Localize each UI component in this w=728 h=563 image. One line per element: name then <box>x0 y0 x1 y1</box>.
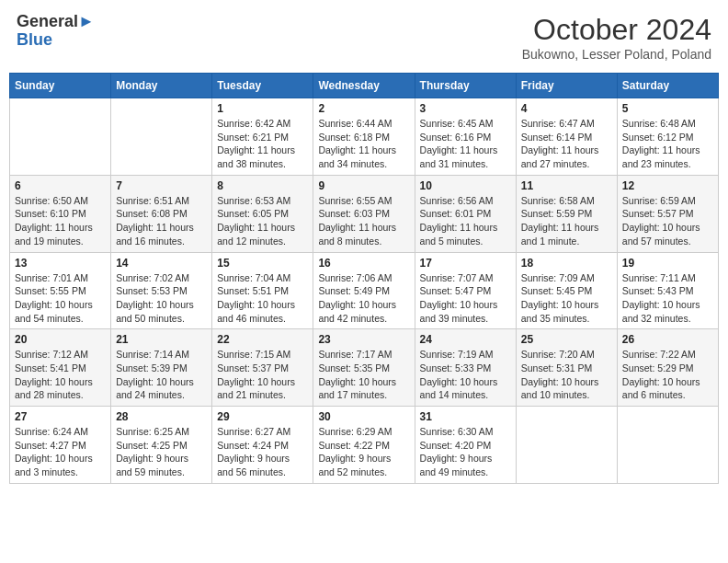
day-info: Sunrise: 6:48 AMSunset: 6:12 PMDaylight:… <box>622 117 713 171</box>
day-number: 8 <box>217 179 308 192</box>
calendar-cell: 5Sunrise: 6:48 AMSunset: 6:12 PMDaylight… <box>617 98 718 176</box>
calendar-week-5: 27Sunrise: 6:24 AMSunset: 4:27 PMDayligh… <box>10 407 719 484</box>
calendar-cell: 1Sunrise: 6:42 AMSunset: 6:21 PMDaylight… <box>212 98 313 176</box>
day-number: 29 <box>217 410 308 423</box>
calendar-cell: 31Sunrise: 6:30 AMSunset: 4:20 PMDayligh… <box>415 407 516 484</box>
day-number: 24 <box>420 333 511 346</box>
day-number: 4 <box>521 102 612 115</box>
day-info: Sunrise: 6:25 AMSunset: 4:25 PMDaylight:… <box>116 425 207 479</box>
month-title: October 2024 <box>522 13 711 47</box>
day-number: 23 <box>318 333 409 346</box>
day-number: 28 <box>116 410 207 423</box>
calendar-cell: 10Sunrise: 6:56 AMSunset: 6:01 PMDayligh… <box>415 175 516 252</box>
location-subtitle: Bukowno, Lesser Poland, Poland <box>522 47 711 62</box>
day-number: 19 <box>622 257 713 270</box>
day-number: 25 <box>521 333 612 346</box>
calendar-cell: 21Sunrise: 7:14 AMSunset: 5:39 PMDayligh… <box>111 329 212 407</box>
calendar-cell: 4Sunrise: 6:47 AMSunset: 6:14 PMDaylight… <box>516 98 617 176</box>
day-info: Sunrise: 7:12 AMSunset: 5:41 PMDaylight:… <box>15 348 106 402</box>
calendar-header-row: SundayMondayTuesdayWednesdayThursdayFrid… <box>10 74 719 98</box>
day-number: 12 <box>622 179 713 192</box>
day-number: 5 <box>622 102 713 115</box>
day-number: 1 <box>217 102 308 115</box>
day-number: 16 <box>318 257 409 270</box>
calendar-cell: 20Sunrise: 7:12 AMSunset: 5:41 PMDayligh… <box>10 329 111 407</box>
day-info: Sunrise: 6:45 AMSunset: 6:16 PMDaylight:… <box>420 117 511 171</box>
calendar-cell: 19Sunrise: 7:11 AMSunset: 5:43 PMDayligh… <box>617 252 718 329</box>
calendar-cell: 18Sunrise: 7:09 AMSunset: 5:45 PMDayligh… <box>516 252 617 329</box>
calendar-cell: 16Sunrise: 7:06 AMSunset: 5:49 PMDayligh… <box>313 252 415 329</box>
day-number: 27 <box>15 410 106 423</box>
weekday-header-thursday: Thursday <box>415 74 516 98</box>
calendar-cell: 30Sunrise: 6:29 AMSunset: 4:22 PMDayligh… <box>313 407 415 484</box>
day-number: 3 <box>420 102 511 115</box>
day-number: 22 <box>217 333 308 346</box>
day-number: 26 <box>622 333 713 346</box>
day-info: Sunrise: 7:22 AMSunset: 5:29 PMDaylight:… <box>622 348 713 402</box>
calendar-cell: 15Sunrise: 7:04 AMSunset: 5:51 PMDayligh… <box>212 252 313 329</box>
day-number: 18 <box>521 257 612 270</box>
day-number: 7 <box>116 179 207 192</box>
day-info: Sunrise: 6:53 AMSunset: 6:05 PMDaylight:… <box>217 194 308 248</box>
weekday-header-wednesday: Wednesday <box>313 74 415 98</box>
calendar-cell: 17Sunrise: 7:07 AMSunset: 5:47 PMDayligh… <box>415 252 516 329</box>
day-info: Sunrise: 7:07 AMSunset: 5:47 PMDaylight:… <box>420 271 511 326</box>
day-info: Sunrise: 6:59 AMSunset: 5:57 PMDaylight:… <box>622 194 713 248</box>
calendar-cell: 29Sunrise: 6:27 AMSunset: 4:24 PMDayligh… <box>212 407 313 484</box>
calendar-cell: 14Sunrise: 7:02 AMSunset: 5:53 PMDayligh… <box>111 252 212 329</box>
calendar-week-4: 20Sunrise: 7:12 AMSunset: 5:41 PMDayligh… <box>10 329 719 407</box>
day-info: Sunrise: 7:15 AMSunset: 5:37 PMDaylight:… <box>217 348 308 402</box>
day-info: Sunrise: 7:20 AMSunset: 5:31 PMDaylight:… <box>521 348 612 402</box>
calendar-cell: 9Sunrise: 6:55 AMSunset: 6:03 PMDaylight… <box>313 175 415 252</box>
day-number: 30 <box>318 410 409 423</box>
logo: General► Blue <box>17 13 95 50</box>
day-number: 15 <box>217 257 308 270</box>
day-info: Sunrise: 6:29 AMSunset: 4:22 PMDaylight:… <box>318 425 409 479</box>
calendar-cell: 11Sunrise: 6:58 AMSunset: 5:59 PMDayligh… <box>516 175 617 252</box>
day-number: 17 <box>420 257 511 270</box>
day-info: Sunrise: 7:19 AMSunset: 5:33 PMDaylight:… <box>420 348 511 402</box>
calendar-cell: 3Sunrise: 6:45 AMSunset: 6:16 PMDaylight… <box>415 98 516 176</box>
day-info: Sunrise: 6:51 AMSunset: 6:08 PMDaylight:… <box>116 194 207 248</box>
day-info: Sunrise: 7:01 AMSunset: 5:55 PMDaylight:… <box>15 271 106 326</box>
calendar-cell: 23Sunrise: 7:17 AMSunset: 5:35 PMDayligh… <box>313 329 415 407</box>
calendar-cell <box>111 98 212 176</box>
calendar-cell: 7Sunrise: 6:51 AMSunset: 6:08 PMDaylight… <box>111 175 212 252</box>
weekday-header-tuesday: Tuesday <box>212 74 313 98</box>
calendar-cell: 13Sunrise: 7:01 AMSunset: 5:55 PMDayligh… <box>10 252 111 329</box>
calendar-cell <box>516 407 617 484</box>
day-info: Sunrise: 7:14 AMSunset: 5:39 PMDaylight:… <box>116 348 207 402</box>
day-info: Sunrise: 7:17 AMSunset: 5:35 PMDaylight:… <box>318 348 409 402</box>
day-number: 11 <box>521 179 612 192</box>
day-number: 31 <box>420 410 511 423</box>
calendar-cell: 26Sunrise: 7:22 AMSunset: 5:29 PMDayligh… <box>617 329 718 407</box>
calendar-cell: 28Sunrise: 6:25 AMSunset: 4:25 PMDayligh… <box>111 407 212 484</box>
day-info: Sunrise: 6:50 AMSunset: 6:10 PMDaylight:… <box>15 194 106 248</box>
day-info: Sunrise: 7:02 AMSunset: 5:53 PMDaylight:… <box>116 271 207 326</box>
day-number: 6 <box>15 179 106 192</box>
calendar-cell <box>10 98 111 176</box>
day-info: Sunrise: 6:42 AMSunset: 6:21 PMDaylight:… <box>217 117 308 171</box>
weekday-header-sunday: Sunday <box>10 74 111 98</box>
calendar-cell: 2Sunrise: 6:44 AMSunset: 6:18 PMDaylight… <box>313 98 415 176</box>
calendar-week-3: 13Sunrise: 7:01 AMSunset: 5:55 PMDayligh… <box>10 252 719 329</box>
calendar-cell: 22Sunrise: 7:15 AMSunset: 5:37 PMDayligh… <box>212 329 313 407</box>
calendar-cell: 6Sunrise: 6:50 AMSunset: 6:10 PMDaylight… <box>10 175 111 252</box>
page-header: General► Blue October 2024 Bukowno, Less… <box>9 9 719 65</box>
day-info: Sunrise: 7:06 AMSunset: 5:49 PMDaylight:… <box>318 271 409 326</box>
day-number: 21 <box>116 333 207 346</box>
day-info: Sunrise: 7:04 AMSunset: 5:51 PMDaylight:… <box>217 271 308 326</box>
title-block: October 2024 Bukowno, Lesser Poland, Pol… <box>522 13 711 62</box>
calendar-week-2: 6Sunrise: 6:50 AMSunset: 6:10 PMDaylight… <box>10 175 719 252</box>
day-info: Sunrise: 6:47 AMSunset: 6:14 PMDaylight:… <box>521 117 612 171</box>
day-info: Sunrise: 6:24 AMSunset: 4:27 PMDaylight:… <box>15 425 106 479</box>
calendar-cell: 27Sunrise: 6:24 AMSunset: 4:27 PMDayligh… <box>10 407 111 484</box>
day-number: 13 <box>15 257 106 270</box>
calendar-week-1: 1Sunrise: 6:42 AMSunset: 6:21 PMDaylight… <box>10 98 719 176</box>
logo-general: General <box>17 12 78 30</box>
calendar-cell: 25Sunrise: 7:20 AMSunset: 5:31 PMDayligh… <box>516 329 617 407</box>
weekday-header-friday: Friday <box>516 74 617 98</box>
day-info: Sunrise: 6:30 AMSunset: 4:20 PMDaylight:… <box>420 425 511 479</box>
day-number: 9 <box>318 179 409 192</box>
calendar-cell: 8Sunrise: 6:53 AMSunset: 6:05 PMDaylight… <box>212 175 313 252</box>
